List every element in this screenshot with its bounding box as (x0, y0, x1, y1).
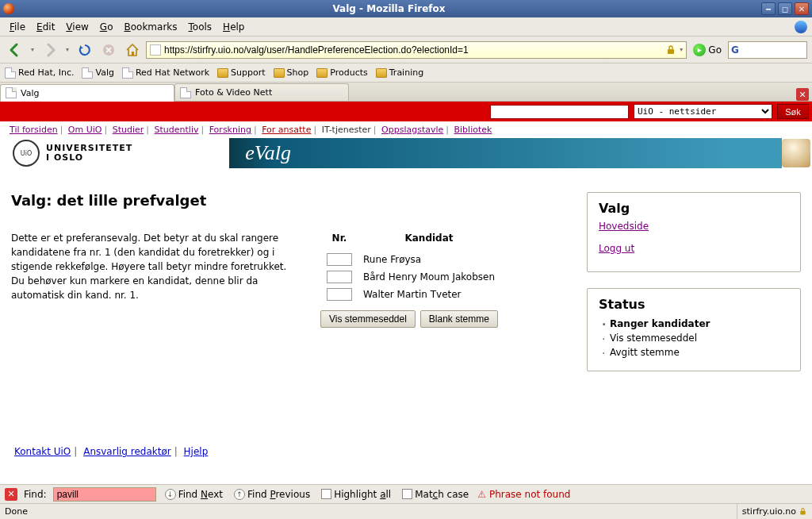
uio-seal-icon: UiO (13, 140, 40, 167)
menu-bookmarks[interactable]: Bookmarks (119, 20, 182, 34)
crumb-foransatte[interactable]: For ansatte (262, 125, 311, 135)
menu-view[interactable]: View (61, 20, 93, 34)
tab-label: Valg (21, 88, 39, 98)
vis-stemmeseddel-button[interactable]: Vis stemmeseddel (320, 310, 416, 328)
link-ansvarlig[interactable]: Ansvarlig redaktør (83, 446, 171, 457)
window-titlebar: Valg - Mozilla Firefox ━ ◻ ✕ (0, 0, 812, 17)
tab-foto[interactable]: Foto & Video Nett (174, 83, 349, 101)
folder-icon (274, 68, 285, 78)
footer-links: Kontakt UiO| Ansvarlig redaktør| Hjelp (0, 398, 812, 465)
page-content: UiO - nettsider Søk Til forsiden| Om UiO… (0, 102, 812, 484)
crumb-oppslagstavle[interactable]: Oppslagstavle (381, 125, 443, 135)
url-dropdown[interactable]: ▾ (680, 46, 683, 53)
site-search-button[interactable]: Søk (777, 104, 809, 119)
minimize-button[interactable]: ━ (761, 2, 776, 15)
bookmark-training[interactable]: Training (376, 67, 423, 78)
sidebox-valg: Valg Hovedside Logg ut (587, 192, 801, 272)
candidate-row: Walter Martin Tveter (322, 286, 500, 302)
firefox-icon (3, 3, 14, 14)
candidate-row: Rune Frøysa (322, 252, 500, 267)
crumb-studentliv[interactable]: Studentliv (155, 125, 199, 135)
link-loggut[interactable]: Logg ut (599, 243, 789, 254)
bookmark-rhn[interactable]: Red Hat Network (122, 67, 209, 79)
crumb-ittjenester: IT-tjenester (322, 125, 371, 135)
reload-button[interactable] (75, 40, 95, 60)
back-dropdown[interactable]: ▾ (29, 40, 36, 60)
menu-bar: File Edit View Go Bookmarks Tools Help (0, 17, 812, 37)
menu-help[interactable]: Help (218, 20, 249, 34)
menu-file[interactable]: File (5, 20, 30, 34)
site-search-scope[interactable]: UiO - nettsider (634, 104, 772, 119)
bookmarks-toolbar: Red Hat, Inc. Valg Red Hat Network Suppo… (0, 63, 812, 83)
status-text: Done (5, 506, 28, 517)
search-engine-icon: G (731, 44, 742, 56)
close-window-button[interactable]: ✕ (795, 2, 809, 15)
find-previous-button[interactable]: ↑Find Previous (232, 489, 312, 500)
highlight-all-button[interactable]: Highlight all (319, 489, 393, 500)
go-button[interactable]: ▸ Go (690, 44, 725, 56)
tab-valg[interactable]: Valg (0, 84, 174, 102)
find-input[interactable] (53, 487, 156, 502)
site-search-input[interactable] (490, 105, 629, 119)
site-banner: UiO UNIVERSITETET I OSLO eValg (0, 138, 812, 168)
page-title: Valg: det lille prefvalget (11, 192, 555, 209)
url-bar[interactable]: ▾ (146, 41, 687, 59)
bookmark-valg[interactable]: Valg (82, 67, 113, 79)
rank-input-1[interactable] (327, 253, 352, 266)
crumb-forskning[interactable]: Forskning (209, 125, 251, 135)
folder-icon (316, 68, 327, 78)
link-kontakt[interactable]: Kontakt UiO (14, 446, 71, 457)
page-icon (122, 67, 133, 79)
highlight-icon (321, 489, 331, 499)
back-button[interactable] (5, 40, 25, 60)
stop-button[interactable] (98, 40, 119, 60)
rank-input-2[interactable] (327, 271, 352, 283)
find-not-found: ⚠Phrase not found (477, 489, 570, 500)
close-tab-button[interactable]: ✕ (796, 88, 809, 101)
close-find-button[interactable]: ✕ (5, 488, 17, 501)
search-input[interactable] (745, 44, 804, 56)
blank-stemme-button[interactable]: Blank stemme (420, 310, 498, 328)
rank-input-3[interactable] (327, 288, 352, 301)
link-hjelp[interactable]: Hjelp (184, 446, 209, 457)
menu-edit[interactable]: Edit (32, 20, 59, 34)
candidate-name: Bård Henry Moum Jakobsen (358, 269, 500, 285)
forward-button[interactable] (40, 40, 60, 60)
bookmark-products[interactable]: Products (316, 67, 368, 78)
svg-rect-1 (132, 52, 134, 56)
find-bar: ✕ Find: ↓Find Next ↑Find Previous Highli… (0, 484, 812, 503)
find-prev-icon: ↑ (234, 489, 245, 500)
menu-tools[interactable]: Tools (184, 20, 217, 34)
crumb-bibliotek[interactable]: Bibliotek (454, 125, 492, 135)
bookmark-shop[interactable]: Shop (274, 67, 309, 78)
status-step-2: Vis stemmeseddel (602, 331, 789, 345)
col-kandidat: Kandidat (358, 233, 500, 250)
status-step-3: Avgitt stemme (602, 345, 789, 359)
folder-icon (217, 68, 228, 78)
status-host: stirfry.uio.no (742, 506, 796, 517)
site-search-bar: UiO - nettsider Søk (0, 102, 812, 121)
maximize-button[interactable]: ◻ (778, 2, 792, 15)
home-button[interactable] (122, 40, 143, 60)
bookmark-support[interactable]: Support (217, 67, 265, 78)
tab-label: Foto & Video Nett (195, 87, 272, 98)
bookmark-redhat[interactable]: Red Hat, Inc. (5, 67, 74, 79)
candidate-row: Bård Henry Moum Jakobsen (322, 269, 500, 285)
intro-text: Dette er et preferansevalg. Det betyr at… (11, 231, 289, 302)
lock-icon (665, 44, 676, 56)
find-next-button[interactable]: ↓Find Next (163, 489, 225, 500)
url-input[interactable] (164, 44, 662, 56)
search-box[interactable]: G (728, 41, 807, 59)
page-icon (6, 87, 17, 98)
match-case-checkbox[interactable]: Match case (400, 489, 471, 500)
crumb-omuio[interactable]: Om UiO (68, 125, 102, 135)
sidebox-status-heading: Status (599, 297, 789, 312)
link-hovedside[interactable]: Hovedside (599, 221, 789, 232)
url-favicon-icon (150, 44, 161, 56)
crumb-studier[interactable]: Studier (113, 125, 144, 135)
page-icon (82, 67, 93, 79)
forward-dropdown[interactable]: ▾ (63, 40, 71, 60)
sidebox-valg-heading: Valg (599, 201, 789, 216)
menu-go[interactable]: Go (95, 20, 118, 34)
crumb-forsiden[interactable]: Til forsiden (10, 125, 58, 135)
